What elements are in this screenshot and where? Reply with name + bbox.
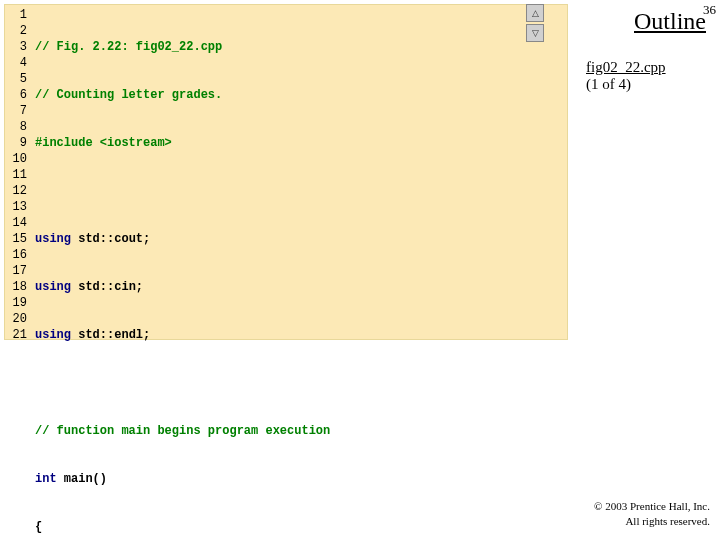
line-number: 5: [7, 71, 27, 87]
triangle-down-icon: ▽: [532, 28, 539, 38]
line-number: 8: [7, 119, 27, 135]
code-text: std::cin;: [71, 280, 143, 294]
line-number: 7: [7, 103, 27, 119]
line-number: 21: [7, 327, 27, 343]
code-preproc: #include: [35, 136, 100, 150]
code-comment: // function main begins program executio…: [35, 424, 330, 438]
code-comment: // Counting letter grades.: [35, 88, 222, 102]
line-number: 14: [7, 215, 27, 231]
triangle-up-icon: △: [532, 8, 539, 18]
file-name: fig02_22.cpp: [586, 59, 666, 75]
file-info: fig02_22.cpp (1 of 4): [572, 59, 712, 93]
code-keyword: using: [35, 328, 71, 342]
nav-down-button[interactable]: ▽: [526, 24, 544, 42]
code-text: std::endl;: [71, 328, 150, 342]
copyright-line: All rights reserved.: [594, 514, 710, 528]
line-number: 18: [7, 279, 27, 295]
code-comment: // Fig. 2.22: fig02_22.cpp: [35, 40, 222, 54]
nav-up-button[interactable]: △: [526, 4, 544, 22]
line-number: 15: [7, 231, 27, 247]
code-text: std::cout;: [71, 232, 150, 246]
code-keyword: using: [35, 280, 71, 294]
code-keyword: using: [35, 232, 71, 246]
code-keyword: int: [35, 472, 57, 486]
sidebar: △ ▽ Outline fig02_22.cpp (1 of 4): [572, 4, 712, 93]
code-body: // Fig. 2.22: fig02_22.cpp // Counting l…: [31, 5, 460, 339]
line-number-gutter: 1 2 3 4 5 6 7 8 9 10 11 12 13 14 15 16 1…: [5, 5, 31, 339]
line-number: 4: [7, 55, 27, 71]
line-number: 20: [7, 311, 27, 327]
code-panel: 1 2 3 4 5 6 7 8 9 10 11 12 13 14 15 16 1…: [4, 4, 568, 340]
copyright-footer: © 2003 Prentice Hall, Inc. All rights re…: [594, 499, 710, 528]
line-number: 11: [7, 167, 27, 183]
line-number: 2: [7, 23, 27, 39]
line-number: 9: [7, 135, 27, 151]
line-number: 13: [7, 199, 27, 215]
line-number: 19: [7, 295, 27, 311]
file-part: (1 of 4): [586, 76, 631, 92]
code-preproc: <iostream>: [100, 136, 172, 150]
line-number: 16: [7, 247, 27, 263]
line-number: 10: [7, 151, 27, 167]
line-number: 3: [7, 39, 27, 55]
line-number: 17: [7, 263, 27, 279]
code-text: {: [35, 520, 42, 534]
line-number: 1: [7, 7, 27, 23]
line-number: 6: [7, 87, 27, 103]
outline-heading: Outline: [572, 4, 712, 35]
copyright-line: © 2003 Prentice Hall, Inc.: [594, 499, 710, 513]
code-text: main(): [57, 472, 107, 486]
line-number: 12: [7, 183, 27, 199]
